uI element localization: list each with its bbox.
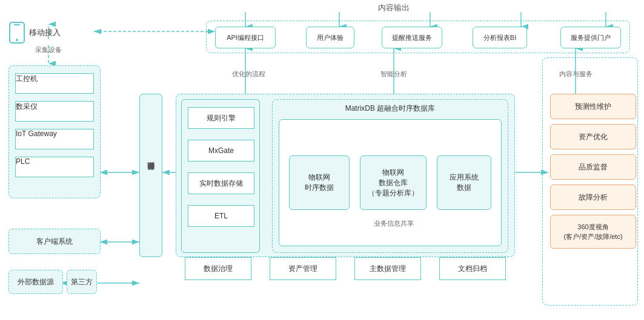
box-push-service: 提醒推送服务 [382, 27, 442, 48]
middle-outer-box: 规则引擎 MxGate 实时数据存储 ETL MatrixDB 超融合时序数据库… [176, 94, 515, 257]
box-mxgate: MxGate [188, 140, 254, 162]
diagram-container: 内容输出 API编程接口 用户体验 提醒推送服务 分析报表BI 服务提供门户 移… [0, 0, 644, 320]
box-etl: ETL [188, 205, 254, 227]
box-data-collector: 数采仪 [15, 101, 94, 122]
iot-federation-box: 物联网数据图联邦 [139, 94, 162, 257]
bottom-boxes-group: 数据治理 资产管理 主数据管理 文档归档 [176, 254, 515, 283]
optimized-flow-label: 优化的流程 [212, 70, 285, 79]
matrixdb-title: MatrixDB 超融合时序数据库 [273, 103, 508, 114]
box-rules-engine: 规则引擎 [188, 107, 254, 129]
box-predictive-maint: 预测性维护 [550, 94, 636, 119]
box-iot-warehouse: 物联网 数据仓库 （专题分析库） [360, 155, 427, 210]
box-external-source: 外部数据源 [8, 270, 63, 294]
box-industrial-pc: 工控机 [15, 73, 94, 94]
content-output-label: 内容输出 [333, 2, 454, 13]
box-fault-analysis: 故障分析 [550, 184, 636, 210]
collect-device-label: 采集设备 [24, 45, 73, 54]
box-360-view: 360度视角 (客户/资产/故障/etc) [550, 215, 636, 249]
box-app-data: 应用系统 数据 [437, 155, 491, 210]
box-quality-monitor: 品质监督 [550, 154, 636, 180]
box-doc-archive: 文档归档 [439, 257, 506, 280]
mobile-access-group: 移动接入 [8, 22, 61, 44]
box-service-portal: 服务提供门户 [560, 27, 621, 48]
box-asset-opt: 资产优化 [550, 124, 636, 149]
mobile-access-label: 移动接入 [29, 27, 61, 38]
box-user-exp: 用户体验 [306, 27, 354, 48]
box-api: API编程接口 [215, 27, 276, 48]
external-source-group: 外部数据源 第三方 [8, 270, 97, 294]
biz-info-share-label: 业务信息共享 [363, 219, 424, 228]
box-analytics-bi: 分析报表BI [473, 27, 527, 48]
box-iot-gateway: IoT Gateway [15, 129, 94, 149]
devices-group: 工控机 数采仪 IoT Gateway PLC [8, 65, 101, 198]
smart-analysis-label: 智能分析 [363, 70, 424, 79]
svg-rect-27 [14, 24, 20, 25]
box-data-governance: 数据治理 [185, 257, 251, 280]
left-middle-group: 规则引擎 MxGate 实时数据存储 ETL [181, 99, 260, 253]
box-third-party: 第三方 [67, 270, 97, 294]
box-client-system: 客户端系统 [8, 229, 101, 254]
box-iot-timeseries: 物联网 时序数据 [289, 155, 350, 210]
box-plc: PLC [15, 157, 94, 177]
box-asset-mgmt: 资产管理 [270, 257, 336, 280]
content-service-label: 内容与服务 [545, 70, 606, 79]
box-realtime-storage: 实时数据存储 [188, 172, 254, 194]
phone-icon [8, 22, 25, 44]
box-master-data: 主数据管理 [354, 257, 421, 280]
svg-point-28 [16, 39, 18, 41]
right-section: 预测性维护 资产优化 品质监督 故障分析 360度视角 (客户/资产/故障/et… [550, 94, 636, 249]
matrixdb-outer: MatrixDB 超融合时序数据库 物联网 时序数据 物联网 数据仓库 （专题分… [272, 99, 508, 253]
